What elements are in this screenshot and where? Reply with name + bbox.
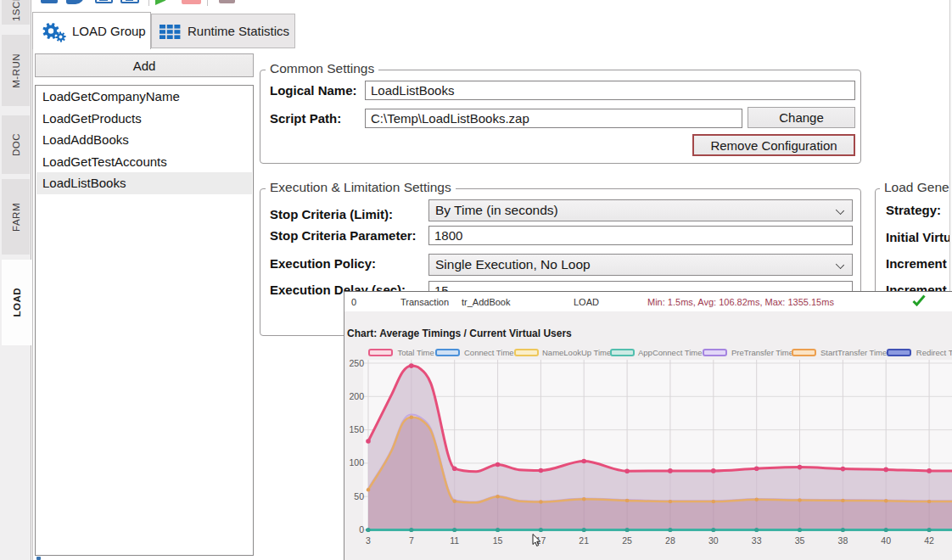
svg-text:11: 11 [450, 535, 459, 546]
svg-text:38: 38 [838, 535, 848, 546]
svg-text:250: 250 [349, 358, 364, 368]
svg-text:150: 150 [349, 424, 364, 434]
svg-text:40: 40 [881, 535, 891, 546]
svg-text:50: 50 [354, 491, 364, 501]
svg-text:0: 0 [359, 524, 364, 535]
svg-text:7: 7 [409, 535, 414, 546]
svg-text:30: 30 [708, 535, 719, 546]
svg-text:200: 200 [349, 391, 364, 401]
svg-text:25: 25 [622, 535, 632, 546]
svg-text:100: 100 [349, 457, 364, 468]
svg-text:21: 21 [579, 535, 589, 546]
svg-text:28: 28 [665, 535, 675, 546]
svg-text:15: 15 [493, 535, 503, 546]
svg-text:35: 35 [795, 535, 805, 546]
svg-text:42: 42 [924, 535, 934, 546]
svg-text:3: 3 [366, 535, 371, 546]
svg-text:33: 33 [752, 535, 762, 546]
